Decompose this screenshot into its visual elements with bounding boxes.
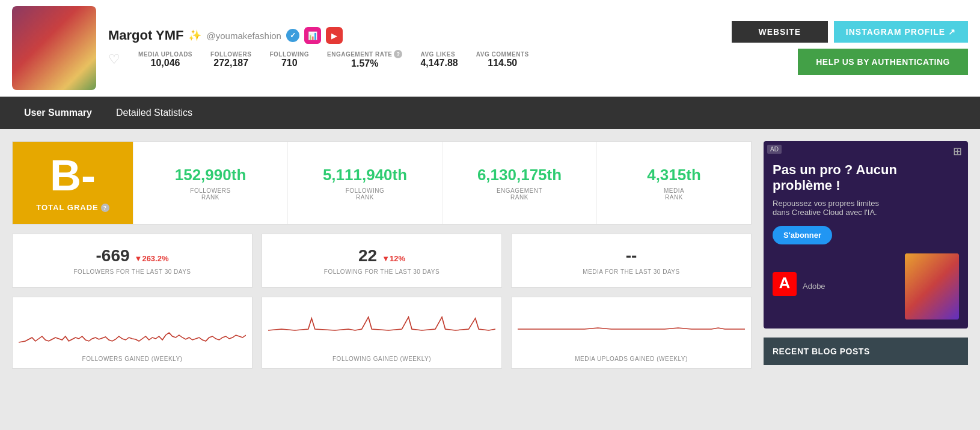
media-uploads-stat: MEDIA UPLOADS 10,046 [138,51,192,68]
user-name-row: Margot YMF ✨ @youmakefashion ✓ 📊 ▶ [108,27,714,44]
username: @youmakefashion [206,31,281,41]
media-chart [518,306,745,348]
followers-30d-change: ▼263.2% [135,254,169,263]
grade-card: B- TOTAL GRADE ? [13,142,133,224]
following-30d-label: FOLLOWING FOR THE LAST 30 DAYS [274,268,489,275]
grade-rank-section: B- TOTAL GRADE ? 152,990th FOLLOWERSRANK… [12,141,752,225]
ad-box: AD ⊞ Pas un pro ? Aucun problème ! Repou… [764,141,968,329]
avg-likes-value: 4,147.88 [420,58,458,68]
website-button[interactable]: WEBSITE [732,21,828,43]
avg-likes-stat: AVG LIKES 4,147.88 [420,51,458,68]
engagement-help-icon[interactable]: ? [394,50,402,58]
engagement-label: ENGAGEMENT RATE ? [327,50,402,58]
followers-label: FOLLOWERS [210,51,251,58]
engagement-rank-label: ENGAGEMENTRANK [497,187,542,201]
following-rank-label: FOLLOWINGRANK [346,187,385,201]
grade-label: TOTAL GRADE ? [36,203,109,212]
ad-subscribe-button[interactable]: S'abonner [773,226,832,244]
header: Margot YMF ✨ @youmakefashion ✓ 📊 ▶ ♡ MED… [0,0,980,97]
avg-comments-label: AVG COMMENTS [476,51,529,58]
following-value: 710 [269,58,309,68]
following-30d-value: 22 [358,246,377,265]
tab-detailed-statistics[interactable]: Detailed Statistics [104,97,204,129]
main-content: B- TOTAL GRADE ? 152,990th FOLLOWERSRANK… [0,129,980,381]
ad-subtitle: Repoussez vos propres limitesdans Creati… [773,199,959,217]
following-chart [268,306,495,348]
tab-user-summary[interactable]: User Summary [12,97,104,129]
ad-portrait [905,253,959,319]
ad-title: Pas un pro ? Aucun problème ! [773,162,959,194]
ad-label: AD [767,145,782,154]
nav-bar: User Summary Detailed Statistics [0,97,980,129]
sparkle-icon: ✨ [188,29,201,42]
avg-likes-label: AVG LIKES [420,51,458,58]
followers-chart-card: FOLLOWERS GAINED (WEEKLY) [12,297,253,369]
engagement-rank-card: 6,130,175th ENGAGEMENTRANK [442,142,596,224]
engagement-value: 1.57% [327,58,402,69]
favorite-button[interactable]: ♡ [108,52,120,67]
stats-badge-icon: 📊 [304,27,321,44]
ad-close-icon[interactable]: ⊞ [953,145,962,158]
user-info: Margot YMF ✨ @youmakefashion ✓ 📊 ▶ ♡ MED… [108,27,714,69]
right-sidebar: AD ⊞ Pas un pro ? Aucun problème ! Repou… [764,141,968,369]
recent-blog-section: RECENT BLOG POSTS [764,338,968,365]
adobe-logo: A [773,272,797,300]
user-name: Margot YMF [108,28,183,43]
avg-comments-value: 114.50 [476,58,529,68]
followers-rank-card: 152,990th FOLLOWERSRANK [133,142,287,224]
svg-text:A: A [779,274,791,292]
media-rank-value: 4,315th [647,166,701,184]
followers-chart [19,306,246,348]
media-uploads-label: MEDIA UPLOADS [138,51,192,58]
following-chart-card: FOLLOWING GAINED (WEEKLY) [262,297,502,369]
followers-stat: FOLLOWERS 272,187 [210,51,251,68]
grade-letter: B- [50,154,96,197]
media-chart-label: MEDIA UPLOADS GAINED (WEEKLY) [518,356,745,362]
avatar [12,6,96,90]
followers-rank-value: 152,990th [175,166,247,184]
following-rank-card: 5,111,940th FOLLOWINGRANK [287,142,442,224]
following-30d-change: ▼12% [382,254,405,263]
following-rank-value: 5,111,940th [323,166,407,184]
media-rank-card: 4,315th MEDIARANK [596,142,751,224]
followers-30d-value: -669 [96,246,129,265]
verified-icon: ✓ [286,29,299,42]
media-30d-label: MEDIA FOR THE LAST 30 DAYS [524,268,739,275]
instagram-profile-button[interactable]: INSTAGRAM PROFILE ↗ [834,21,968,43]
followers-30d-card: -669 ▼263.2% FOLLOWERS FOR THE LAST 30 D… [12,234,253,288]
avg-comments-stat: AVG COMMENTS 114.50 [476,51,529,68]
followers-chart-label: FOLLOWERS GAINED (WEEKLY) [19,356,246,362]
header-buttons: WEBSITE INSTAGRAM PROFILE ↗ HELP US BY A… [732,21,968,75]
chart-cards-section: FOLLOWERS GAINED (WEEKLY) FOLLOWING GAIN… [12,297,752,369]
followers-30d-label: FOLLOWERS FOR THE LAST 30 DAYS [25,268,240,275]
ad-bottom: A Adobe [773,253,959,319]
media-uploads-value: 10,046 [138,58,192,68]
media-rank-label: MEDIARANK [664,187,684,201]
following-stat: FOLLOWING 710 [269,51,309,68]
following-30d-card: 22 ▼12% FOLLOWING FOR THE LAST 30 DAYS [262,234,502,288]
media-30d-card: -- MEDIA FOR THE LAST 30 DAYS [511,234,752,288]
rank-cards: 152,990th FOLLOWERSRANK 5,111,940th FOLL… [133,142,751,224]
followers-value: 272,187 [210,58,251,68]
stats-cards-section: -669 ▼263.2% FOLLOWERS FOR THE LAST 30 D… [12,234,752,288]
left-column: B- TOTAL GRADE ? 152,990th FOLLOWERSRANK… [12,141,752,369]
engagement-stat: ENGAGEMENT RATE ? 1.57% [327,50,402,69]
followers-rank-label: FOLLOWERSRANK [190,187,230,201]
stats-row: ♡ MEDIA UPLOADS 10,046 FOLLOWERS 272,187… [108,50,714,69]
media-30d-value: -- [626,246,637,265]
following-chart-label: FOLLOWING GAINED (WEEKLY) [268,356,495,362]
adobe-name: Adobe [803,282,825,291]
media-chart-card: MEDIA UPLOADS GAINED (WEEKLY) [511,297,752,369]
following-label: FOLLOWING [269,51,309,58]
grade-help-icon[interactable]: ? [101,204,109,212]
engagement-rank-value: 6,130,175th [477,166,562,184]
authenticate-button[interactable]: HELP US BY AUTHENTICATING [798,49,968,75]
video-badge-icon: ▶ [326,27,343,44]
